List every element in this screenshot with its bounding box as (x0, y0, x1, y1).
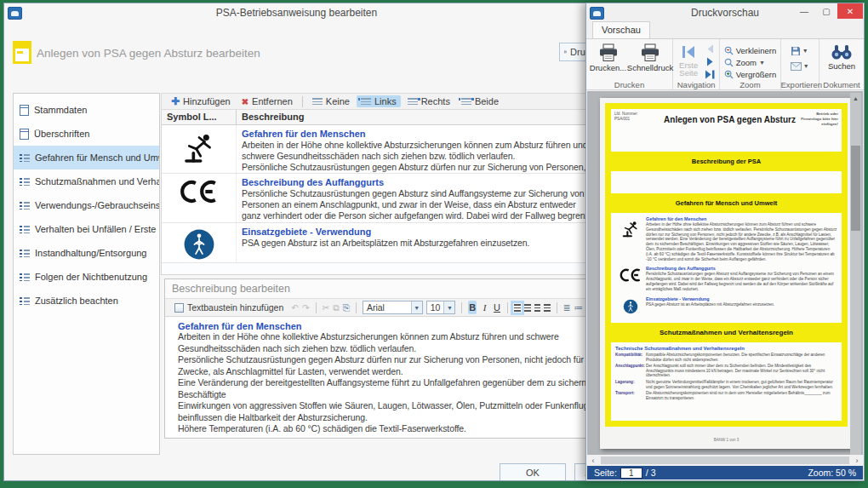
table-row[interactable]: Beschreibung des Auffanggurts Persönlich… (162, 174, 588, 223)
add-snippet-button[interactable]: Textbaustein hinzufügen (170, 301, 288, 313)
sidebar-item-gefahren[interactable]: Gefahren für Mensch und Umwelt (14, 146, 159, 169)
group-label-print: Drucken (586, 80, 672, 89)
row-text: Persönliche Schutzausrüstungen gegen Abs… (242, 188, 588, 222)
chevron-down-icon: ▼ (411, 301, 422, 313)
vertical-scrollbar[interactable]: ▲ (850, 93, 861, 455)
preview-page[interactable]: Lfd. Nummer: PSA/001 Anlegen von PSA geg… (600, 98, 853, 449)
page-number-input[interactable] (620, 468, 642, 479)
ok-button[interactable]: OK (500, 463, 566, 481)
sidebar-item-nichtbenutzung[interactable]: Folgen der Nichtbenutzung (14, 265, 159, 289)
scrollbar-thumb[interactable] (601, 456, 849, 464)
sidebar-item-stammdaten[interactable]: Stammdaten (14, 98, 159, 122)
paste-icon[interactable]: ⎘ (343, 302, 350, 313)
rich-text-editor[interactable]: Gefahren für den Menschen Arbeiten in de… (166, 318, 587, 437)
scroll-right-arrow[interactable]: › (851, 456, 863, 465)
horizontal-scrollbar[interactable]: ‹ › (587, 455, 863, 466)
symbol-left-button[interactable]: Links (357, 95, 401, 107)
previous-page-icon[interactable] (703, 43, 717, 55)
zoom-out-button[interactable]: Verkleinern (724, 44, 777, 56)
symbol-right-button[interactable]: Rechts (403, 95, 454, 107)
tab-vorschau[interactable]: Vorschau (592, 21, 650, 38)
add-label: Hinzufügen (183, 96, 231, 106)
last-page-icon[interactable] (703, 69, 717, 80)
row-title: Einsatzgebiete - Verwendung (242, 227, 583, 237)
minimize-button[interactable]: — (793, 3, 815, 19)
sidebar-item-zusaetzlich[interactable]: Zusätzlich beachten (14, 289, 159, 313)
print-dialog-button[interactable]: Drucken... (588, 42, 628, 72)
table-row[interactable]: Einsatzgebiete - Verwendung PSA gegen Ab… (162, 223, 588, 263)
font-size-select[interactable]: 10▼ (426, 301, 456, 314)
cut-icon[interactable]: ✂ (323, 302, 330, 313)
chevron-down-icon: ▼ (803, 63, 809, 69)
search-button[interactable]: Suchen (821, 42, 862, 71)
tech-term: Transport: (615, 391, 646, 400)
close-button[interactable]: ✕ (837, 3, 863, 19)
save-export-button[interactable]: ▼ (791, 44, 809, 57)
scrollbar-thumb[interactable] (851, 146, 860, 231)
description-cell: Gefahren für den Menschen Arbeiten in de… (237, 125, 588, 173)
tech-def: Die Absturzsicherungskomponenten sind nu… (646, 391, 837, 400)
font-size-value: 10 (427, 302, 444, 313)
sidebar-item-instandhaltung[interactable]: Instandhaltung/Entsorgung (14, 241, 159, 265)
remove-button[interactable]: ✖Entfernen (237, 95, 297, 107)
column-symbol[interactable]: Symbol L... (162, 110, 237, 124)
symbol-none-button[interactable]: Keine (308, 95, 354, 107)
app-icon (590, 7, 604, 20)
separator (507, 302, 508, 313)
undo-icon[interactable]: ↶ (291, 302, 299, 313)
align-right-icon[interactable] (534, 304, 541, 312)
row-title: Beschreibung des Auffanggurts (242, 177, 583, 187)
italic-button[interactable]: I (480, 301, 488, 314)
table-row[interactable]: Gefahren für den Menschen Arbeiten in de… (162, 125, 588, 174)
copy-icon[interactable]: ⧉ (333, 302, 340, 313)
zoom-out-icon (724, 46, 734, 55)
quick-print-label: Schnelldruck (627, 63, 673, 72)
list-icon (20, 296, 30, 306)
font-family-select[interactable]: Arial▼ (363, 301, 423, 314)
zoom-label: Zoom (736, 58, 757, 67)
form-icon (20, 105, 29, 116)
first-page-icon (680, 43, 697, 60)
section-band-gefahren: Gefahren für Mensch und Umwelt (611, 199, 842, 207)
tech-row: Lagerung:Nicht genutzte Verbindungsmitte… (615, 380, 837, 389)
section-band-schutzmassnahmen: Schutzmaßnahmen und Verhaltensregeln (611, 329, 842, 336)
sidebar-item-schutzmassnahmen[interactable]: Schutzmaßnahmen und Verhalte... (14, 169, 159, 193)
bullet-list-icon[interactable]: ≣ (563, 302, 571, 313)
font-family-value: Arial (363, 302, 411, 313)
quick-print-button[interactable]: Schnelldruck (630, 42, 671, 72)
sidebar-item-label: Instandhaltung/Entsorgung (35, 248, 147, 258)
zoom-button[interactable]: Zoom ▼ (724, 56, 777, 68)
logo-hint: Betrieb oder Firmenlogo bitte hier einfü… (801, 112, 838, 149)
maximize-button[interactable]: ▢ (815, 3, 837, 19)
zoom-in-button[interactable]: Vergrößern (724, 68, 777, 80)
column-description[interactable]: Beschreibung (237, 110, 588, 124)
sidebar-item-ueberschriften[interactable]: Überschriften (14, 122, 159, 146)
sidebar-item-unfaelle[interactable]: Verhalten bei Unfällen / Erste Hilfe (14, 217, 159, 241)
add-button[interactable]: ✚Hinzufügen (167, 95, 235, 108)
redo-icon[interactable]: ↷ (302, 302, 310, 313)
next-page-icon[interactable] (703, 56, 717, 67)
ce-mark-icon (615, 266, 646, 291)
harness-mandatory-icon (615, 296, 646, 314)
align-justify-icon[interactable] (544, 304, 551, 312)
first-page-button[interactable]: Erste Seite (676, 42, 701, 77)
numbered-list-icon[interactable]: ≔ (574, 302, 584, 313)
row-text: PSA gegen Absturz ist an Arbeitsplätzen … (242, 238, 588, 249)
main-titlebar[interactable]: PSA-Betriebsanweisung bearbeiten (4, 3, 589, 22)
align-center-icon[interactable] (524, 304, 531, 312)
email-icon (791, 62, 802, 71)
symbol-both-button[interactable]: Beide (457, 95, 503, 107)
sidebar-item-label: Verhalten bei Unfällen / Erste Hilfe (35, 224, 159, 234)
preview-titlebar[interactable]: Druckvorschau — ▢ ✕ (586, 3, 864, 22)
tech-def: Nicht genutzte Verbindungsmittel/Falldäm… (646, 380, 837, 389)
scroll-left-arrow[interactable]: ‹ (587, 456, 599, 465)
app-icon (8, 7, 22, 20)
email-export-button[interactable]: ▼ (791, 60, 809, 72)
tech-row: Anschlagpunkt:Der Anschlagpunkt soll sic… (615, 364, 837, 378)
bold-button[interactable]: B (468, 301, 477, 314)
sidebar-item-verwendung[interactable]: Verwendungs-/Gebrauchseinsch... (14, 193, 159, 217)
align-left-icon[interactable] (514, 304, 521, 312)
scroll-up-arrow[interactable]: ▲ (850, 93, 861, 104)
snippet-icon (174, 303, 184, 313)
underline-button[interactable]: U (493, 301, 501, 314)
